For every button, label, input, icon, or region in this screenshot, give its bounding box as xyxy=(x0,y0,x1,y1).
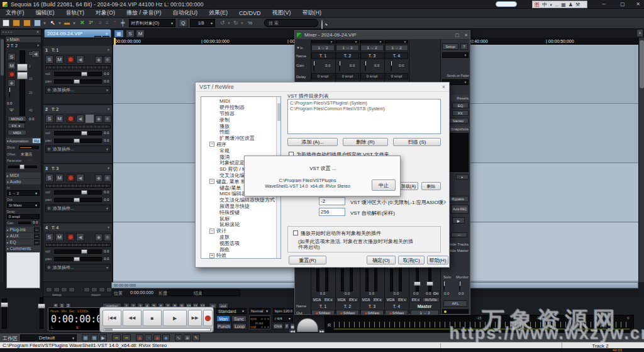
automation-show-value[interactable] xyxy=(18,145,40,150)
ch4-output-button[interactable]: ◆StMast xyxy=(385,310,408,315)
pan-slider-handle[interactable] xyxy=(74,139,80,143)
ch4-delay[interactable]: 0 smpl xyxy=(385,73,408,79)
undo-icon[interactable]: ↺ xyxy=(220,20,225,26)
dock-fader-handle[interactable] xyxy=(17,64,28,71)
menu-help[interactable]: 帮助(H) xyxy=(297,9,328,17)
dock-pan-knob[interactable] xyxy=(9,86,10,98)
search-box[interactable]: 搜 索 xyxy=(264,19,318,27)
fx-button[interactable]: FX▼ xyxy=(8,123,25,128)
bpm-dropdown[interactable]: bpm 120.0▼ xyxy=(273,308,293,314)
ok-button[interactable]: 确定(O) xyxy=(367,256,396,264)
midi-section-header[interactable]: ▸MIDI xyxy=(6,173,41,178)
track-height-button[interactable] xyxy=(61,287,67,292)
save-dropdown-icon[interactable]: ▼ xyxy=(43,21,47,25)
dock-phase-icon[interactable]: Ψ xyxy=(9,107,14,113)
ch1-vca-button[interactable]: VCA xyxy=(312,297,322,302)
help-button[interactable]: 帮助(H) xyxy=(427,256,448,264)
punch-button[interactable]: Punch xyxy=(216,323,231,329)
auto-rec-button[interactable]: Auto REC xyxy=(451,205,469,213)
stereo-reset-button[interactable]: Stereo xyxy=(447,118,469,123)
end-value[interactable] xyxy=(203,290,240,296)
tree-item[interactable]: 鼠标 xyxy=(201,215,280,222)
reset-button[interactable]: 重置(R) xyxy=(289,256,326,264)
plugin-path-item[interactable]: C:\Program Files\VSTPlugins\ (System) xyxy=(290,101,438,106)
dock-fader-track[interactable] xyxy=(19,50,25,123)
mute-button[interactable]: M xyxy=(55,174,64,182)
menu-automation[interactable]: 自动化(U) xyxy=(167,9,204,17)
zoom-button[interactable] xyxy=(91,287,97,292)
ch2-name[interactable]: T. 2 xyxy=(336,52,359,59)
menu-view[interactable]: 视图(V) xyxy=(267,9,297,17)
dock-scroll-thumb[interactable] xyxy=(1,39,4,76)
ws-tool-icon-4[interactable]: ━ xyxy=(112,334,121,341)
menu-edit[interactable]: 编辑(E) xyxy=(30,9,60,17)
ws-tool-icon-9[interactable]: ◆ xyxy=(162,334,170,341)
crossfade-tool-icon[interactable]: % xyxy=(248,20,252,26)
preparse-input[interactable]: 256 xyxy=(319,208,345,216)
open-folder-icon[interactable] xyxy=(13,20,20,26)
dropdown-icon[interactable]: ▼ xyxy=(106,207,109,210)
tree-item[interactable]: 扩展缓冲区设置 xyxy=(201,135,280,142)
tree-item[interactable]: −设计 xyxy=(201,228,280,234)
audio-out-dropdown[interactable]: St Mast▼ xyxy=(7,202,40,208)
range-tool-icon[interactable]: ▬ xyxy=(64,20,70,26)
record-button[interactable] xyxy=(67,115,75,123)
plugin-path-listbox[interactable]: C:\Program Files\VSTPlugins\ (System) C:… xyxy=(287,99,441,134)
ch3-fx-button[interactable]: FX▼ xyxy=(372,297,383,302)
save-icon[interactable] xyxy=(34,20,41,26)
ch4-fx-button[interactable]: FX▼ xyxy=(397,297,408,302)
aux-section-header[interactable]: ▸AUX— xyxy=(6,233,41,239)
transport-mode-dropdown[interactable]: Standard▼ xyxy=(216,308,247,314)
vst-scan-progress-dialog[interactable]: VST 设置 ... C:\Program Files\VSTPlugins W… xyxy=(244,156,401,196)
pan-slider-handle[interactable] xyxy=(74,257,80,261)
solo-knob[interactable] xyxy=(443,280,445,292)
scrub-wheel[interactable] xyxy=(297,318,318,332)
mixer-preset-dropdown[interactable]: ▼ xyxy=(442,52,469,58)
audio-gain-slider[interactable] xyxy=(18,222,31,224)
solo-button[interactable]: S xyxy=(45,55,53,64)
ch3-input-route[interactable]: 1 → 2 xyxy=(360,45,384,51)
ch4-gain-knob[interactable] xyxy=(391,60,392,72)
track-header-3[interactable]: 3T: 3▼ S M ◀ ◆ ⊕ vol 0.0 pan 0.0 ⊕添加插件..… xyxy=(43,164,112,223)
mute-button[interactable]: M xyxy=(55,115,64,123)
maximize-button[interactable]: ▢ xyxy=(615,0,630,8)
plugin-path-item[interactable]: C:\Program Files\Common Files\VST3\ (Sys… xyxy=(290,106,438,112)
dock-mute-button[interactable]: M xyxy=(8,62,16,69)
minus-icon[interactable]: — xyxy=(34,227,40,232)
ime-user-icon[interactable]: ♟ xyxy=(569,2,573,8)
dropdown-icon[interactable]: ▼ xyxy=(107,166,110,170)
track-title-bar[interactable]: 4T: 4▼ xyxy=(43,224,112,231)
range-dropdown-icon[interactable]: ▼ xyxy=(72,21,76,25)
track-title-bar[interactable]: 1T: 1▼ xyxy=(43,46,112,54)
tree-expander[interactable]: + xyxy=(209,253,214,258)
marker-tool-icon[interactable]: ⁼ xyxy=(114,20,116,25)
vol-slider-track[interactable] xyxy=(54,72,102,76)
mixer-maximize-icon[interactable]: ▢ xyxy=(455,33,460,38)
channel-preset-dropdown[interactable]: ▼ xyxy=(360,40,384,43)
tree-item[interactable]: −程序 xyxy=(201,142,280,148)
comments-text-area[interactable] xyxy=(6,252,40,288)
cursor-dropdown-icon[interactable]: ▼ xyxy=(58,21,62,25)
pan-slider-handle[interactable] xyxy=(74,79,80,84)
dock-record-button[interactable] xyxy=(8,71,16,78)
dropdown-icon[interactable]: ▼ xyxy=(107,48,110,52)
pan-slider-handle[interactable] xyxy=(74,198,80,202)
channel-preset-dropdown[interactable]: ▼ xyxy=(385,40,408,43)
cursor-tool-icon[interactable]: ↖ xyxy=(50,20,55,26)
dropdown-icon[interactable]: ▼ xyxy=(106,266,109,270)
track-header-4[interactable]: 4T: 4▼ S M ◀ ◆ ⊕ vol 0.0 pan 0.0 ⊕添加插件..… xyxy=(43,224,112,282)
monitor-knob[interactable] xyxy=(459,280,460,292)
play-button[interactable]: ▶ xyxy=(163,310,187,326)
panel-arrow-button[interactable]: ▶ xyxy=(452,217,465,224)
speaker-icon[interactable]: ◀ xyxy=(76,233,84,241)
ch4-vca-button[interactable]: VCA xyxy=(386,297,396,302)
track-height-button[interactable] xyxy=(46,287,52,292)
ime-punct-icon[interactable]: ‥ xyxy=(555,2,558,8)
tree-expander[interactable]: − xyxy=(209,229,214,234)
vol-slider-track[interactable] xyxy=(54,249,102,254)
ime-language-bar[interactable]: 图 中 ◗ ‥ ▦ ♟ ⚒ xyxy=(532,1,587,8)
vol-slider-handle[interactable] xyxy=(81,131,87,135)
cancel-button[interactable]: 取消(C) xyxy=(398,256,425,264)
delete-plugin-button[interactable]: 删除 xyxy=(421,182,441,190)
tree-item[interactable]: 皮肤 xyxy=(201,234,280,241)
